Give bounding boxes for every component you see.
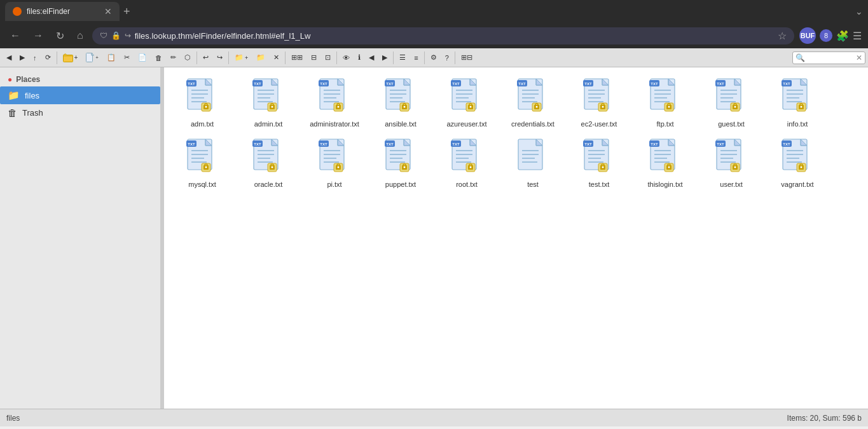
svg-text:TXT: TXT [783, 82, 790, 86]
new-tab-button[interactable]: + [123, 5, 130, 18]
svg-point-183 [338, 167, 340, 168]
forward-button[interactable]: → [29, 27, 47, 44]
toolbar-view-detail[interactable]: ⊡ [321, 51, 334, 64]
address-bar[interactable]: 🛡 🔒 ↪ ☆ [92, 27, 794, 44]
tab-close-button[interactable]: ✕ [104, 6, 112, 17]
file-item[interactable]: TXT ec2-user.txt [567, 74, 631, 132]
bookmark-icon[interactable]: ☆ [778, 30, 787, 42]
toolbar-info[interactable]: ℹ [354, 51, 364, 64]
back-button[interactable]: ← [6, 27, 24, 44]
file-item[interactable]: TXT admin.txt [237, 74, 300, 132]
svg-point-233 [602, 167, 604, 168]
file-item[interactable]: TXT ftp.txt [633, 74, 697, 132]
toolbar-up[interactable]: ↑ [29, 51, 41, 64]
elfinder-statusbar: files Items: 20, Sum: 596 b [0, 409, 868, 426]
reload-button[interactable]: ↻ [52, 27, 68, 44]
file-item[interactable]: TXT puppet.txt [369, 134, 432, 192]
file-label: azureuser.txt [447, 120, 487, 128]
file-icon: TXT [648, 138, 682, 179]
file-item[interactable]: TXT administrator.txt [303, 74, 366, 132]
toolbar-close[interactable]: ✕ [270, 51, 283, 64]
toolbar-duplicate[interactable]: ⬡ [181, 51, 195, 64]
file-item[interactable]: TXT test.txt [567, 134, 631, 192]
file-label: ansible.txt [385, 120, 417, 128]
svg-point-141 [801, 106, 803, 108]
tab-title: files:elFinder [27, 7, 99, 16]
file-item[interactable]: TXT vagrant.txt [766, 134, 829, 192]
browser-tab[interactable]: files:elFinder ✕ [5, 2, 120, 21]
file-item[interactable]: TXT azureuser.txt [435, 74, 499, 132]
toolbar-next[interactable]: ▶ [378, 51, 391, 64]
toolbar-paste[interactable]: 📄 [134, 51, 151, 64]
file-item[interactable]: TXT guest.txt [699, 74, 763, 132]
toolbar-sort[interactable]: ☰ [396, 51, 410, 64]
user-avatar[interactable]: BUF [799, 27, 816, 44]
sep8 [455, 51, 455, 64]
svg-point-113 [668, 106, 670, 108]
file-item[interactable]: TXT adm.txt [170, 74, 234, 132]
toolbar-prev[interactable]: ◀ [365, 51, 378, 64]
search-icon: 🔍 [796, 53, 805, 62]
file-label: admin.txt [254, 120, 283, 128]
toolbar-preview[interactable]: 👁 [339, 51, 354, 64]
file-icon: TXT [450, 78, 484, 118]
file-label: puppet.txt [385, 180, 416, 188]
toolbar-cut[interactable]: ✂ [120, 51, 134, 64]
files-area: TXT adm.txt TXT admin.txt [164, 67, 868, 409]
toolbar-fullscreen[interactable]: ⊞⊟ [457, 51, 476, 64]
file-item[interactable]: TXT root.txt [435, 134, 499, 192]
nav-bar: ← → ↻ ⌂ 🛡 🔒 ↪ ☆ BUF 8 🧩 ☰ [0, 23, 868, 48]
file-item[interactable]: test [501, 134, 565, 192]
svg-point-211 [470, 167, 472, 168]
toolbar-help[interactable]: ? [441, 51, 453, 64]
extensions-button[interactable]: 🧩 [836, 30, 849, 42]
toolbar-settings[interactable]: ⚙ [427, 51, 441, 64]
svg-point-247 [668, 167, 670, 168]
toolbar-forward[interactable]: ▶ [16, 51, 29, 64]
sidebar-item-files[interactable]: 📁 files [0, 86, 160, 104]
toolbar-copy[interactable]: 📋 [103, 51, 120, 64]
toolbar-history-forward[interactable]: ↪ [213, 51, 226, 64]
toolbar-open-new[interactable]: 📁+ [231, 51, 252, 64]
file-label: test [527, 180, 539, 188]
home-button[interactable]: ⌂ [73, 27, 87, 44]
toolbar-back[interactable]: ◀ [3, 51, 15, 64]
svg-point-85 [536, 106, 538, 108]
tab-bar: files:elFinder ✕ + ⌄ [0, 0, 868, 23]
toolbar-history-back[interactable]: ↩ [199, 51, 212, 64]
search-clear-button[interactable]: ✕ [856, 53, 862, 62]
toolbar-new-folder[interactable]: + [59, 51, 82, 65]
toolbar-view-icons[interactable]: ⊞⊞ [287, 51, 307, 64]
sidebar-files-label: files [25, 91, 39, 100]
file-item[interactable]: TXT thislogin.txt [633, 134, 697, 192]
toolbar-columns[interactable]: ≡ [410, 51, 422, 64]
toolbar-view-list[interactable]: ⊟ [307, 51, 320, 64]
notification-badge[interactable]: 8 [820, 29, 832, 42]
file-icon: TXT [185, 138, 219, 179]
search-input[interactable] [805, 54, 856, 62]
file-item[interactable]: TXT credentials.txt [501, 74, 565, 132]
file-item[interactable]: TXT pi.txt [303, 134, 366, 192]
file-label: oracle.txt [254, 180, 283, 188]
file-item[interactable]: TXT ansible.txt [369, 74, 432, 132]
file-icon [516, 138, 550, 179]
sidebar-item-trash[interactable]: 🗑 Trash [0, 104, 160, 121]
file-icon: TXT [780, 138, 815, 179]
toolbar-open[interactable]: 📁 [252, 51, 269, 64]
toolbar-delete[interactable]: 🗑 [151, 51, 166, 64]
file-item[interactable]: TXT info.txt [766, 74, 829, 132]
svg-point-275 [801, 167, 803, 168]
svg-text:TXT: TXT [651, 142, 658, 146]
toolbar-rename[interactable]: ✏ [167, 51, 180, 64]
file-item[interactable]: TXT mysql.txt [170, 134, 234, 192]
url-input[interactable] [135, 31, 774, 41]
toolbar-reload[interactable]: ⟳ [41, 51, 55, 64]
tab-overflow-icon[interactable]: ⌄ [855, 6, 863, 17]
file-item[interactable]: TXT oracle.txt [237, 134, 300, 192]
sep3 [228, 51, 229, 64]
file-icon: TXT [383, 138, 418, 179]
svg-text:TXT: TXT [254, 142, 261, 146]
menu-button[interactable]: ☰ [853, 30, 862, 42]
toolbar-new-file[interactable]: + [82, 50, 102, 65]
file-item[interactable]: TXT user.txt [699, 134, 763, 192]
